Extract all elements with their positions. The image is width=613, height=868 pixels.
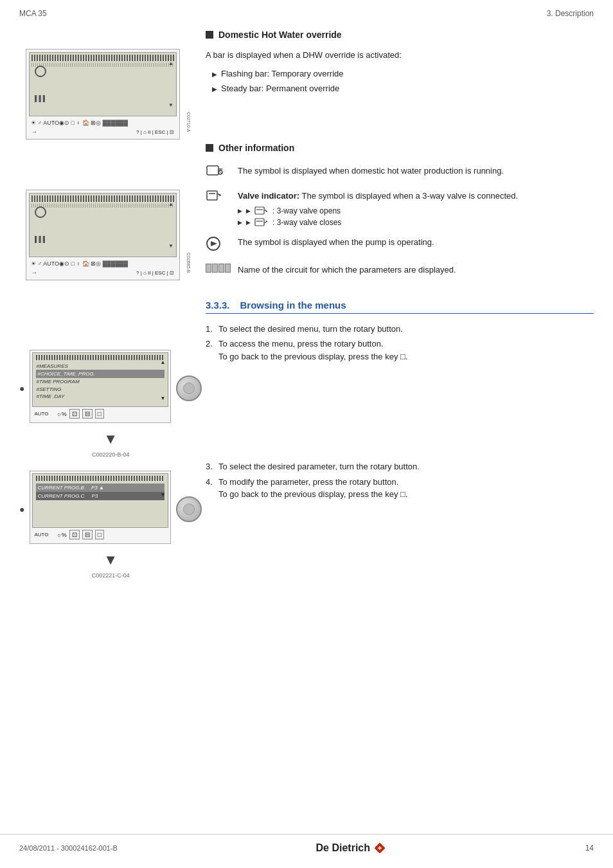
footer-brand: De Dietrich [316, 841, 387, 855]
diagram-code-2: C002221-C-04 [92, 572, 130, 579]
svg-rect-0 [207, 166, 218, 175]
section-333-title: Browsing in the menus [240, 300, 346, 311]
dhw-description: A bar is displayed when a DHW override i… [206, 49, 594, 62]
dhw-bullet-2: Steady bar: Permanent override [212, 82, 594, 95]
dhw-heading-text: Domestic Hot Water override [218, 30, 342, 40]
info-text-valve: Valve indicator: The symbol is displayed… [238, 187, 594, 234]
rotary-button-1[interactable] [176, 375, 202, 401]
step-2: 2. To access the menu, press the rotary … [206, 338, 594, 363]
info-row-pump: The symbol is displayed when the pump is… [206, 233, 594, 261]
svg-rect-3 [207, 191, 217, 200]
diagram-row-1: ● #MEASURES #CHOICE_TIME_PROG. #TIME PRO… [19, 350, 186, 458]
menu-mockup-1: #MEASURES #CHOICE_TIME_PROG. #TIME PROGR… [30, 350, 171, 423]
dhw-bullets: Flashing bar: Temporary override Steady … [212, 68, 594, 95]
svg-line-2 [219, 171, 222, 174]
steps-list-2: 3. To select the desired parameter, turn… [206, 460, 594, 501]
info-icon-circuit [206, 261, 238, 282]
section-333-number: 3.3.3. [206, 300, 230, 311]
right-column: Domestic Hot Water override A bar is dis… [199, 23, 594, 592]
info-row-valve: Valve indicator: The symbol is displayed… [206, 187, 594, 234]
valve-open-text: : 3-way valve opens [272, 205, 341, 217]
menu-mockup-2: CURRENT PROG.B P3 ▲ CURRENT PROG.C P3 ▼ … [30, 471, 171, 544]
valve-open: ▶ : 3-way valve opens [238, 205, 590, 217]
rotary-button-2[interactable] [176, 496, 202, 522]
info-table: The symbol is displayed when domestic ho… [206, 162, 594, 282]
device-code-1: C02710-A [186, 112, 191, 132]
valve-close: ▶ : 3-way valve closes [238, 217, 590, 228]
footer-page: 14 [585, 844, 594, 853]
other-bullet-icon [206, 144, 213, 152]
dhw-bullet-2-text: Steady bar: Permanent override [221, 82, 339, 95]
info-icon-dhw [206, 162, 238, 187]
arrow-down-2: ▼ [103, 552, 118, 568]
device-code-2: C02685-B [186, 253, 191, 273]
device-mockup-dhw: ▲ ▌▌▌ ▼ ☀ ♂ AUTO◉⊙ □ ♀ 🏠 ⊠◎ ▓▓▓▓▓▓ → ? |… [26, 49, 180, 140]
steps-list-1: 1. To select the desired menu, turn the … [206, 323, 594, 363]
info-row-dhw: The symbol is displayed when domestic ho… [206, 162, 594, 187]
step-3-text: To select the desired parameter, turn th… [218, 460, 420, 473]
info-text-pump: The symbol is displayed when the pump is… [238, 233, 594, 261]
header-right: 3. Description [547, 9, 594, 18]
info-text-dhw: The symbol is displayed when domestic ho… [238, 162, 594, 187]
svg-marker-16 [211, 241, 217, 246]
left-column: ▲ ▌▌▌ ▼ ☀ ♂ AUTO◉⊙ □ ♀ 🏠 ⊠◎ ▓▓▓▓▓▓ → ? |… [19, 23, 199, 592]
dhw-bullet-icon [206, 31, 213, 39]
step-4-text: To modify the parameter, press the rotar… [218, 476, 408, 501]
brand-name: De Dietrich [316, 842, 370, 854]
svg-rect-7 [255, 207, 264, 214]
step-2-text: To access the menu, press the rotary but… [218, 338, 408, 363]
diagram-row-2: ● CURRENT PROG.B P3 ▲ CURRENT PROG.C P3 … [19, 471, 186, 579]
info-icon-valve [206, 187, 238, 234]
diagram-code-1: C002220-B-04 [92, 451, 130, 458]
page-content: ▲ ▌▌▌ ▼ ☀ ♂ AUTO◉⊙ □ ♀ 🏠 ⊠◎ ▓▓▓▓▓▓ → ? |… [0, 23, 613, 592]
device-mockup-other: ▲ ▌▌▌ ▼ ☀ ♂ AUTO◉⊙ □ ♀ 🏠 ⊠◎ ▓▓▓▓▓▓ → ? |… [26, 190, 180, 280]
step-1-text: To select the desired menu, turn the rot… [218, 323, 403, 336]
other-heading-text: Other information [218, 143, 294, 153]
info-row-circuit: Name of the circuit for which the parame… [206, 261, 594, 282]
info-text-circuit: Name of the circuit for which the parame… [238, 261, 594, 282]
page-header: MCA 35 3. Description [0, 0, 613, 23]
dhw-bullet-1: Flashing bar: Temporary override [212, 68, 594, 80]
step-4: 4. To modify the parameter, press the ro… [206, 476, 594, 501]
arrow-down-1: ▼ [103, 431, 118, 448]
svg-rect-11 [255, 219, 264, 226]
dhw-section-heading: Domestic Hot Water override [206, 30, 594, 40]
brand-logo-icon [373, 841, 387, 855]
other-section-heading: Other information [206, 143, 594, 153]
dhw-bullet-1-text: Flashing bar: Temporary override [221, 68, 344, 80]
step-3: 3. To select the desired parameter, turn… [206, 460, 594, 473]
header-left: MCA 35 [19, 9, 47, 18]
valve-close-text: : 3-way valve closes [272, 217, 341, 228]
info-icon-pump [206, 233, 238, 261]
page-footer: 24/08/2011 - 300024162-001-B De Dietrich… [0, 834, 613, 855]
footer-left: 24/08/2011 - 300024162-001-B [19, 844, 118, 852]
step-1: 1. To select the desired menu, turn the … [206, 323, 594, 336]
